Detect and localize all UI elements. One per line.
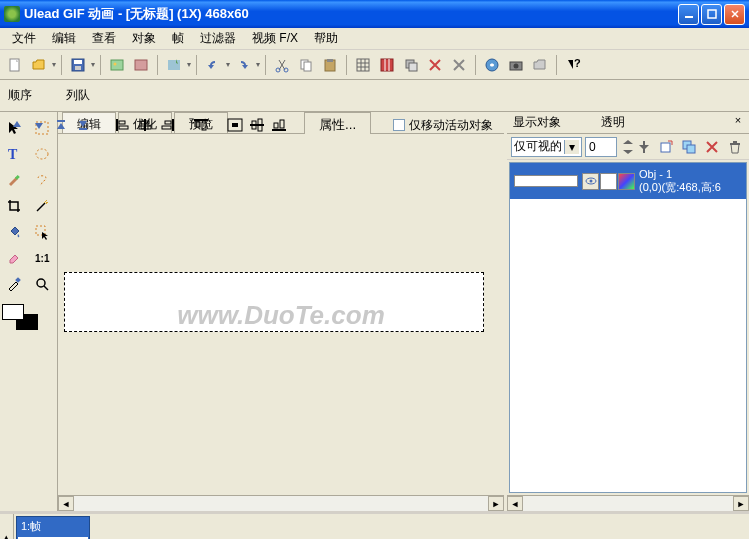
grid2-icon[interactable] bbox=[376, 54, 398, 76]
grid-icon[interactable] bbox=[352, 54, 374, 76]
copy-icon[interactable] bbox=[295, 54, 317, 76]
align-left-icon[interactable] bbox=[114, 115, 132, 135]
slider-icon[interactable] bbox=[637, 139, 650, 155]
image2-icon[interactable] bbox=[130, 54, 152, 76]
center-canvas-icon[interactable] bbox=[226, 115, 244, 135]
bottom-icon[interactable] bbox=[74, 115, 92, 135]
frame-label: 1:帧 bbox=[17, 517, 89, 536]
crop-tool-icon[interactable] bbox=[2, 194, 26, 218]
svg-rect-44 bbox=[274, 123, 278, 128]
align-top-icon[interactable] bbox=[192, 115, 210, 135]
open-icon[interactable] bbox=[28, 54, 50, 76]
wand-tool-icon[interactable] bbox=[30, 194, 54, 218]
rpanel-hscrollbar[interactable]: ◄ ► bbox=[507, 495, 749, 511]
object-thumbnail bbox=[514, 175, 578, 187]
color-swatch[interactable] bbox=[2, 304, 42, 336]
wizard-icon[interactable] bbox=[163, 54, 185, 76]
eraser-tool-icon[interactable] bbox=[2, 246, 26, 270]
rgb-icon[interactable] bbox=[618, 173, 635, 190]
help-icon[interactable]: ? bbox=[562, 54, 584, 76]
window-title: Ulead GIF 动画 - [无标题] (1X) 468x60 bbox=[24, 5, 678, 23]
trash-icon[interactable] bbox=[725, 136, 745, 158]
svg-rect-15 bbox=[327, 59, 333, 62]
add-object-icon[interactable] bbox=[656, 136, 676, 158]
duplicate-icon[interactable] bbox=[679, 136, 699, 158]
svg-rect-5 bbox=[75, 66, 81, 70]
align-hcenter-icon[interactable] bbox=[136, 115, 154, 135]
lasso-tool-icon[interactable] bbox=[30, 168, 54, 192]
object-list[interactable]: Obj - 1 (0,0)(宽:468,高:6 bbox=[509, 162, 747, 493]
transparency-input[interactable]: 0 bbox=[585, 137, 617, 157]
delete-icon[interactable] bbox=[424, 54, 446, 76]
camera-icon[interactable] bbox=[505, 54, 527, 76]
up-icon[interactable] bbox=[8, 115, 26, 135]
menu-filter[interactable]: 过滤器 bbox=[192, 28, 244, 49]
top-icon[interactable] bbox=[52, 115, 70, 135]
scroll-left-icon[interactable]: ◄ bbox=[58, 496, 74, 511]
minimize-button[interactable] bbox=[678, 4, 699, 25]
eyedropper-tool-icon[interactable] bbox=[2, 272, 26, 296]
svg-rect-26 bbox=[116, 119, 118, 131]
svg-rect-57 bbox=[687, 145, 695, 153]
menu-view[interactable]: 查看 bbox=[84, 28, 124, 49]
delete-object-icon[interactable] bbox=[702, 136, 722, 158]
svg-rect-43 bbox=[272, 129, 286, 131]
align-bottom-icon[interactable] bbox=[270, 115, 288, 135]
delete2-icon[interactable] bbox=[448, 54, 470, 76]
svg-rect-9 bbox=[168, 60, 180, 70]
visibility-dropdown[interactable]: 仅可视的▾ bbox=[511, 137, 582, 157]
menu-help[interactable]: 帮助 bbox=[306, 28, 346, 49]
svg-rect-28 bbox=[119, 126, 128, 129]
blank-icon[interactable] bbox=[600, 173, 617, 190]
align-right-icon[interactable] bbox=[158, 115, 176, 135]
svg-rect-24 bbox=[57, 120, 65, 122]
maximize-button[interactable] bbox=[701, 4, 722, 25]
timeline-frame[interactable]: 1:帧 bbox=[16, 516, 90, 539]
image-icon[interactable] bbox=[106, 54, 128, 76]
timeline-nav[interactable]: ▴▾ bbox=[0, 514, 14, 539]
brush-tool-icon[interactable] bbox=[2, 168, 26, 192]
svg-point-61 bbox=[589, 180, 592, 183]
zoom11-tool-icon[interactable]: 1:1 bbox=[30, 246, 54, 270]
moveonly-checkbox[interactable] bbox=[393, 119, 405, 131]
zoom-tool-icon[interactable] bbox=[30, 272, 54, 296]
transparent-label: 透明 bbox=[601, 114, 625, 131]
align-vcenter-icon[interactable] bbox=[248, 115, 266, 135]
preview-icon[interactable] bbox=[481, 54, 503, 76]
app-icon bbox=[4, 6, 20, 22]
close-button[interactable] bbox=[724, 4, 745, 25]
menu-videofx[interactable]: 视频 F/X bbox=[244, 28, 306, 49]
fill-tool-icon[interactable] bbox=[2, 220, 26, 244]
paste-icon[interactable] bbox=[319, 54, 341, 76]
menu-file[interactable]: 文件 bbox=[4, 28, 44, 49]
down-icon[interactable] bbox=[30, 115, 48, 135]
layers-icon[interactable] bbox=[400, 54, 422, 76]
svg-rect-55 bbox=[661, 143, 670, 152]
spinner-icon[interactable] bbox=[620, 138, 634, 156]
menu-edit[interactable]: 编辑 bbox=[44, 28, 84, 49]
hscrollbar[interactable]: ◄ ► bbox=[58, 495, 504, 511]
panel-close-icon[interactable]: × bbox=[731, 114, 745, 128]
menu-frame[interactable]: 帧 bbox=[164, 28, 192, 49]
moveonly-label: 仅移动活动对象 bbox=[409, 118, 493, 132]
object-name: Obj - 1 bbox=[639, 168, 721, 181]
eye-icon[interactable] bbox=[582, 173, 599, 190]
watermark: www.DuoTe.com bbox=[177, 299, 385, 330]
object-row[interactable]: Obj - 1 (0,0)(宽:468,高:6 bbox=[510, 163, 746, 199]
scroll-right-icon[interactable]: ► bbox=[488, 496, 504, 511]
canvas-area[interactable]: www.DuoTe.com bbox=[58, 134, 504, 495]
folder3-icon[interactable] bbox=[529, 54, 551, 76]
timeline: ▴▾ 1:帧 bbox=[0, 511, 749, 539]
new-icon[interactable] bbox=[4, 54, 26, 76]
cut-icon[interactable] bbox=[271, 54, 293, 76]
show-objects-label: 显示对象 bbox=[513, 114, 561, 131]
svg-rect-17 bbox=[381, 59, 393, 71]
menu-object[interactable]: 对象 bbox=[124, 28, 164, 49]
save-icon[interactable] bbox=[67, 54, 89, 76]
redo-icon[interactable] bbox=[232, 54, 254, 76]
ellipse-tool-icon[interactable] bbox=[30, 142, 54, 166]
fg-color[interactable] bbox=[2, 304, 24, 320]
text-tool-icon[interactable]: T bbox=[2, 142, 26, 166]
undo-icon[interactable] bbox=[202, 54, 224, 76]
select-tool-icon[interactable] bbox=[30, 220, 54, 244]
